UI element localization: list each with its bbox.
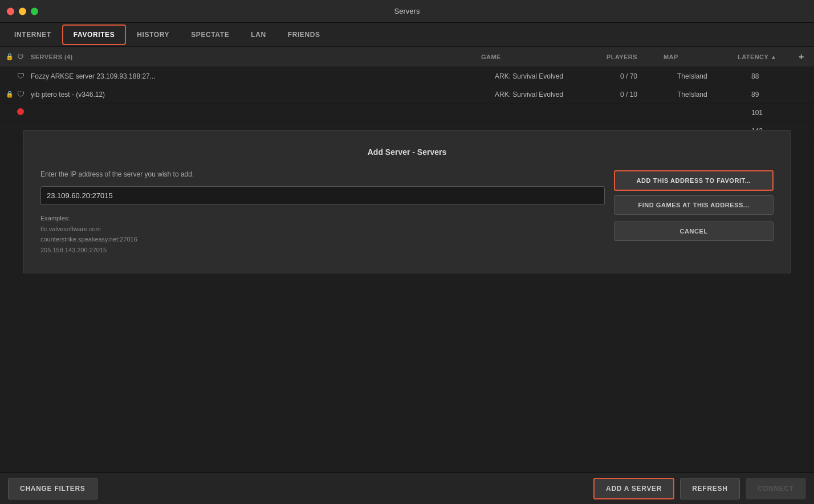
lock-col-header: 🔒 [6, 53, 17, 60]
tab-friends[interactable]: FRIENDS [277, 24, 331, 45]
add-server-col-header[interactable]: + [795, 52, 808, 62]
refresh-button[interactable]: REFRESH [680, 478, 739, 499]
maximize-button[interactable] [31, 7, 38, 15]
players-col-header[interactable]: PLAYERS [607, 54, 664, 60]
find-games-button[interactable]: FIND GAMES AT THIS ADDRESS... [614, 195, 774, 215]
servers-col-header[interactable]: SERVERS (4) [31, 54, 481, 60]
server-players: 0 / 10 [620, 91, 677, 99]
example-3: 205.158.143.200:27015 [40, 247, 107, 253]
tab-bar: INTERNET FAVORITES HISTORY SPECTATE LAN … [0, 23, 814, 47]
change-filters-button[interactable]: CHANGE FILTERS [8, 478, 97, 499]
traffic-lights [7, 7, 38, 15]
server-map: TheIsland [677, 91, 751, 99]
ip-address-input[interactable] [40, 186, 605, 205]
lock-icon: 🔒 [6, 91, 17, 98]
tab-favorites[interactable]: FAVORITES [62, 24, 127, 45]
modal-body: Enter the IP address of the server you w… [40, 170, 774, 256]
connect-button[interactable]: CONNECT [746, 478, 806, 499]
add-to-favorites-button[interactable]: ADD THIS ADDRESS TO FAVORIT... [614, 170, 774, 191]
modal-right-panel: ADD THIS ADDRESS TO FAVORIT... FIND GAME… [614, 170, 774, 241]
minimize-button[interactable] [19, 7, 26, 15]
map-col-header[interactable]: MAP [664, 54, 738, 60]
bottom-right-buttons: ADD A SERVER REFRESH CONNECT [593, 478, 806, 499]
tab-history[interactable]: HISTORY [126, 24, 180, 45]
add-server-button[interactable]: ADD A SERVER [593, 478, 674, 499]
server-game: ARK: Survival Evolved [495, 91, 620, 99]
modal-instruction: Enter the IP address of the server you w… [40, 170, 605, 178]
examples-text: Examples: tfc.valvesoftware.com counters… [40, 213, 605, 256]
tab-lan[interactable]: LAN [240, 24, 276, 45]
tab-internet[interactable]: INTERNET [3, 24, 62, 45]
server-map: TheIsland [677, 72, 751, 80]
window-title: Servers [394, 7, 420, 15]
cancel-button[interactable]: CANCEL [614, 222, 774, 241]
server-name: Fozzy ARKSE server 23.109.93.188:27... [31, 72, 495, 80]
table-row[interactable]: 101 [0, 104, 814, 122]
server-game: ARK: Survival Evolved [495, 72, 620, 80]
modal-left-panel: Enter the IP address of the server you w… [40, 170, 605, 256]
shield-col-header: 🛡 [17, 54, 31, 60]
example-2: counterstrike.speakeasy.net:27016 [40, 236, 137, 243]
shield-icon: 🛡 [17, 90, 31, 99]
add-server-modal: Add Server - Servers Enter the IP addres… [23, 130, 791, 273]
latency-col-header[interactable]: LATENCY ▲ [738, 54, 795, 60]
shield-icon: 🛡 [17, 72, 31, 80]
table-row[interactable]: 🛡 Fozzy ARKSE server 23.109.93.188:27...… [0, 67, 814, 85]
table-row[interactable]: 🔒 🛡 yib ptero test - (v346.12) ARK: Surv… [0, 85, 814, 104]
example-1: tfc.valvesoftware.com [40, 226, 101, 232]
server-latency: 88 [751, 72, 808, 80]
bottom-bar: CHANGE FILTERS ADD A SERVER REFRESH CONN… [0, 472, 814, 504]
close-button[interactable] [7, 7, 14, 15]
modal-title: Add Server - Servers [40, 147, 774, 157]
examples-label: Examples: [40, 215, 70, 222]
server-players: 0 / 70 [620, 72, 677, 80]
status-dot [17, 108, 31, 117]
server-latency: 89 [751, 91, 808, 99]
server-latency: 101 [751, 109, 808, 117]
server-name: yib ptero test - (v346.12) [31, 91, 495, 99]
table-header: 🔒 🛡 SERVERS (4) GAME PLAYERS MAP LATENCY… [0, 47, 814, 67]
title-bar: Servers [0, 0, 814, 23]
tab-spectate[interactable]: SPECTATE [180, 24, 240, 45]
game-col-header[interactable]: GAME [481, 54, 607, 60]
